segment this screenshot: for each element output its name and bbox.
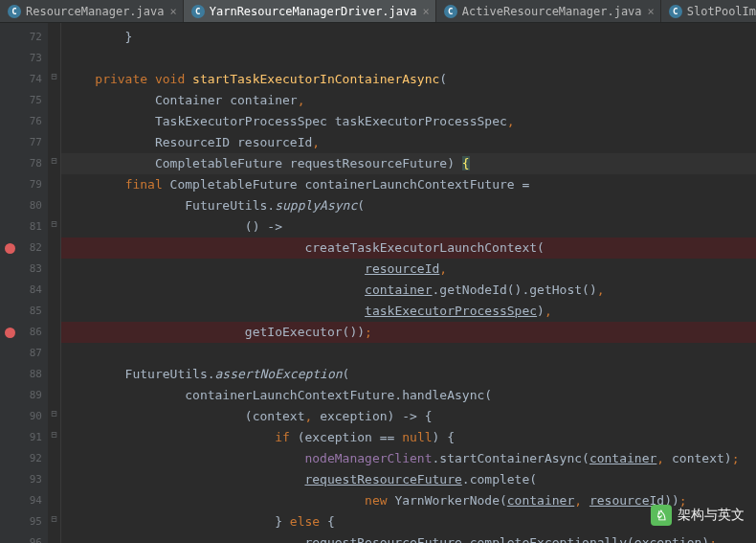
breakpoint-slot[interactable]	[0, 216, 19, 238]
code-line[interactable]: () ->	[61, 216, 756, 238]
fold-slot[interactable]	[48, 318, 60, 339]
code-line[interactable]: container.getNodeId().getHost(),	[61, 280, 756, 301]
breakpoint-slot[interactable]	[0, 322, 19, 343]
code-area[interactable]: } private void startTaskExecutorInContai…	[61, 23, 756, 543]
fold-slot[interactable]	[48, 86, 60, 107]
code-line[interactable]	[61, 48, 756, 69]
code-line[interactable]: ResourceID resourceId,	[61, 132, 756, 153]
breakpoint-slot[interactable]	[0, 280, 19, 301]
fold-slot[interactable]	[48, 234, 60, 255]
code-line[interactable]: createTaskExecutorLaunchContext(	[61, 238, 756, 259]
breakpoint-slot[interactable]	[0, 343, 19, 364]
line-number-gutter: 7273747576777879808182838485868788899091…	[19, 23, 48, 543]
breakpoint-slot[interactable]	[0, 469, 19, 490]
fold-icon[interactable]: ⊟	[51, 218, 56, 229]
breakpoint-slot[interactable]	[0, 48, 19, 69]
code-line[interactable]: } else {	[61, 511, 756, 532]
code-line[interactable]: nodeManagerClient.startContainerAsync(co…	[61, 448, 756, 469]
fold-slot[interactable]: ⊟	[48, 65, 60, 86]
code-line[interactable]: new YarnWorkerNode(container, resourceId…	[61, 490, 756, 511]
breakpoint-slot[interactable]	[0, 195, 19, 216]
fold-icon[interactable]: ⊟	[51, 513, 56, 524]
breakpoint-slot[interactable]	[0, 111, 19, 132]
code-line[interactable]: FutureUtils.assertNoException(	[61, 364, 756, 385]
java-class-icon: C	[8, 5, 21, 18]
code-line[interactable]: }	[61, 27, 756, 48]
code-line[interactable]: requestResourceFuture.complete(	[61, 469, 756, 490]
breakpoint-slot[interactable]	[0, 532, 19, 543]
line-number: 82	[19, 238, 48, 259]
code-line[interactable]	[61, 343, 756, 364]
breakpoint-icon[interactable]	[5, 243, 15, 254]
breakpoint-slot[interactable]	[0, 427, 19, 448]
breakpoint-slot[interactable]	[0, 259, 19, 280]
code-line[interactable]: resourceId,	[61, 259, 756, 280]
java-class-icon: C	[669, 5, 682, 18]
line-number: 92	[19, 448, 48, 469]
breakpoint-slot[interactable]	[0, 153, 19, 174]
code-line[interactable]: containerLaunchContextFuture.handleAsync…	[61, 385, 756, 406]
close-icon[interactable]: ×	[648, 5, 655, 18]
fold-slot[interactable]: ⊟	[48, 402, 60, 423]
fold-slot[interactable]	[48, 23, 60, 44]
fold-slot[interactable]	[48, 339, 60, 360]
fold-slot[interactable]: ⊟	[48, 423, 60, 444]
code-line[interactable]: private void startTaskExecutorInContaine…	[61, 69, 756, 90]
code-line[interactable]: if (exception == null) {	[61, 427, 756, 448]
breakpoint-slot[interactable]	[0, 27, 19, 48]
fold-slot[interactable]	[48, 255, 60, 276]
breakpoint-slot[interactable]	[0, 448, 19, 469]
breakpoint-slot[interactable]	[0, 364, 19, 385]
close-icon[interactable]: ×	[422, 5, 429, 18]
fold-slot[interactable]	[48, 360, 60, 381]
fold-slot[interactable]	[48, 444, 60, 465]
breakpoint-slot[interactable]	[0, 69, 19, 90]
fold-icon[interactable]: ⊟	[51, 71, 56, 81]
fold-slot[interactable]	[48, 486, 60, 508]
code-line[interactable]: requestResourceFuture.completeExceptiona…	[61, 532, 756, 543]
tab-1[interactable]: CYarnResourceManagerDriver.java×	[184, 0, 436, 22]
fold-icon[interactable]: ⊟	[51, 429, 56, 440]
fold-slot[interactable]: ⊟	[48, 508, 60, 529]
fold-icon[interactable]: ⊟	[51, 408, 56, 419]
fold-slot[interactable]	[48, 529, 60, 543]
breakpoint-slot[interactable]	[0, 132, 19, 153]
breakpoint-slot[interactable]	[0, 301, 19, 322]
breakpoint-slot[interactable]	[0, 90, 19, 111]
breakpoint-slot[interactable]	[0, 490, 19, 511]
tab-2[interactable]: CActiveResourceManager.java×	[436, 0, 661, 22]
fold-slot[interactable]: ⊟	[48, 149, 60, 170]
tab-label: SlotPoolImpl.java	[687, 5, 756, 18]
fold-slot[interactable]	[48, 170, 60, 192]
fold-slot[interactable]	[48, 44, 60, 65]
fold-slot[interactable]	[48, 381, 60, 402]
fold-slot[interactable]	[48, 192, 60, 213]
code-line[interactable]: final CompletableFuture containerLaunchC…	[61, 174, 756, 195]
fold-icon[interactable]: ⊟	[51, 155, 56, 166]
code-line[interactable]: (context, exception) -> {	[61, 406, 756, 427]
fold-slot[interactable]	[48, 297, 60, 318]
breakpoint-icon[interactable]	[5, 328, 15, 338]
code-line[interactable]: CompletableFuture requestResourceFuture)…	[61, 153, 756, 174]
close-icon[interactable]: ×	[170, 5, 177, 18]
breakpoint-slot[interactable]	[0, 406, 19, 427]
fold-slot[interactable]	[48, 107, 60, 128]
breakpoint-gutter[interactable]	[0, 23, 19, 543]
code-line[interactable]: Container container,	[61, 90, 756, 111]
code-line[interactable]: taskExecutorProcessSpec),	[61, 301, 756, 322]
fold-gutter[interactable]: ⊟⊟⊟⊟⊟⊟	[48, 23, 61, 543]
breakpoint-slot[interactable]	[0, 174, 19, 195]
line-number: 80	[19, 195, 48, 216]
code-line[interactable]: FutureUtils.supplyAsync(	[61, 195, 756, 216]
fold-slot[interactable]	[48, 465, 60, 486]
fold-slot[interactable]	[48, 128, 60, 149]
tab-0[interactable]: CResourceManager.java×	[0, 0, 184, 22]
breakpoint-slot[interactable]	[0, 238, 19, 259]
breakpoint-slot[interactable]	[0, 511, 19, 532]
fold-slot[interactable]	[48, 276, 60, 297]
breakpoint-slot[interactable]	[0, 385, 19, 406]
tab-3[interactable]: CSlotPoolImpl.java×	[661, 0, 756, 22]
code-line[interactable]: TaskExecutorProcessSpec taskExecutorProc…	[61, 111, 756, 132]
code-line[interactable]: getIoExecutor());	[61, 322, 756, 343]
fold-slot[interactable]: ⊟	[48, 213, 60, 234]
